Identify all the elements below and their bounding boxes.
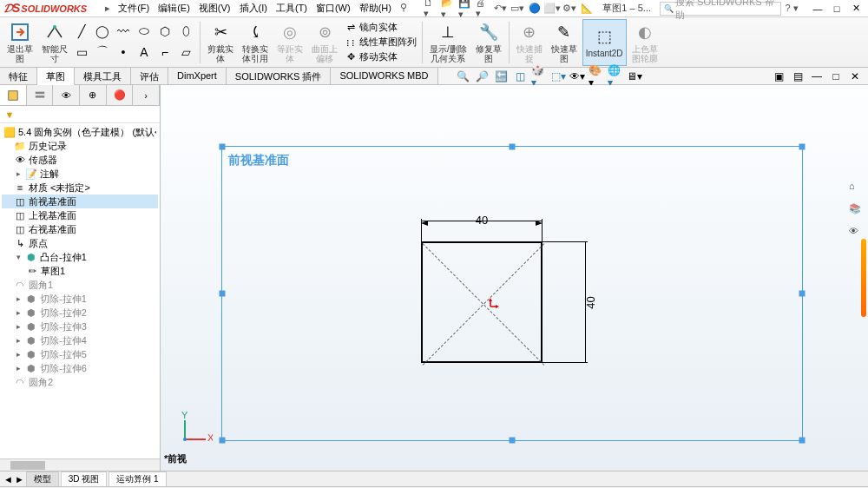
rect-icon[interactable]: ▭ <box>73 43 90 61</box>
zoom-fit-icon[interactable]: 🔍 <box>455 69 470 84</box>
offset-button[interactable]: ◎等距实 体 <box>273 19 306 66</box>
move-button[interactable]: ✥移动实体 <box>343 50 418 64</box>
search-input[interactable]: 搜索 SOLIDWORKS 帮助 <box>660 2 781 16</box>
settings-icon[interactable]: ⚙▾ <box>562 2 576 16</box>
tree-origin[interactable]: ↳原点 <box>2 236 158 250</box>
close-button[interactable]: ✕ <box>847 2 865 16</box>
menu-edit[interactable]: 编辑(E) <box>155 0 194 16</box>
maximize-button[interactable]: □ <box>828 2 845 16</box>
trim-button[interactable]: ✂剪裁实 体 <box>204 19 237 66</box>
tab-sketch[interactable]: 草图 <box>37 68 75 85</box>
linear-pattern-button[interactable]: ⫶⫶线性草图阵列 <box>343 36 418 49</box>
tree-boss1[interactable]: ▾⬢凸台-拉伸1 <box>2 250 158 264</box>
tree-cut2[interactable]: ▸⬢切除-拉伸2 <box>2 306 158 320</box>
prev-view-icon[interactable]: 🔙 <box>493 69 509 84</box>
repair-sketch-button[interactable]: 🔧修复草 图 <box>472 19 505 66</box>
graphics-viewport[interactable]: 前视基准面 40 40 Y X *前视 ⌂ 📚 👁 <box>161 85 868 471</box>
nav-right-icon[interactable]: ► <box>15 474 24 485</box>
view-settings-icon[interactable]: 🖥▾ <box>627 69 642 84</box>
doc-window-icon[interactable]: ▤ <box>790 69 806 84</box>
tree-rightplane[interactable]: ◫右视基准面 <box>2 222 158 236</box>
tree-fillet1[interactable]: ◠圆角1 <box>2 278 158 292</box>
fillet-icon[interactable]: ⌐ <box>156 43 174 61</box>
rapid-sketch-button[interactable]: ✎快速草 图 <box>548 19 581 66</box>
tree-frontplane[interactable]: ◫前视基准面 <box>2 195 158 208</box>
tree-material[interactable]: ≡材质 <未指定> <box>2 181 158 195</box>
menu-view[interactable]: 视图(V) <box>195 0 234 16</box>
display-style-icon[interactable]: ⬚▾ <box>550 69 566 84</box>
tab-eval[interactable]: 评估 <box>131 68 168 84</box>
tree-cut1[interactable]: ▸⬢切除-拉伸1 <box>2 292 158 306</box>
tree-sensors[interactable]: 👁传感器 <box>2 153 158 167</box>
dropdown-icon[interactable]: ▸ <box>101 2 115 16</box>
options-icon[interactable]: ⬜▾ <box>545 2 559 16</box>
display-tab[interactable]: ⊕ <box>80 85 107 105</box>
menu-help[interactable]: 帮助(H) <box>356 0 395 16</box>
tree-history[interactable]: 📁历史记录 <box>2 139 158 153</box>
menu-file[interactable]: 文件(F) <box>115 0 153 16</box>
undo-icon[interactable]: ↶▾ <box>493 2 507 16</box>
tree-notes[interactable]: ▸📝注解 <box>2 167 158 181</box>
point-icon[interactable]: • <box>115 43 132 61</box>
new-icon[interactable]: 🗋▾ <box>424 2 437 16</box>
tab-dimxpert[interactable]: DimXpert <box>168 68 227 84</box>
feature-tree-tab[interactable] <box>0 85 27 105</box>
rebuild-icon[interactable]: 🔵 <box>528 2 542 16</box>
tab-plugin[interactable]: SOLIDWORKS 插件 <box>227 68 332 84</box>
show-delete-relations-button[interactable]: ⊥显示/删除 几何关系 <box>426 19 470 66</box>
instant2d-button[interactable]: ⬚Instant2D <box>582 19 627 66</box>
measure-icon[interactable]: 📐 <box>580 2 594 16</box>
menu-insert[interactable]: 插入(I) <box>236 0 271 16</box>
exit-sketch-button[interactable]: 退出草 图 <box>3 19 36 66</box>
btab-model[interactable]: 模型 <box>26 472 59 486</box>
doc-min-icon[interactable]: — <box>809 69 825 84</box>
menu-window[interactable]: 窗口(W) <box>312 0 354 16</box>
property-tab[interactable] <box>27 85 54 105</box>
tab-mold[interactable]: 模具工具 <box>75 68 131 84</box>
section-icon[interactable]: ◫ <box>512 69 528 84</box>
plane-icon[interactable]: ▱ <box>177 43 194 61</box>
tree-cut3[interactable]: ▸⬢切除-拉伸3 <box>2 320 158 333</box>
tab-mbd[interactable]: SOLIDWORKS MBD <box>331 68 437 84</box>
nav-left-icon[interactable]: ◄ <box>3 474 13 485</box>
tree-sketch1[interactable]: ✏草图1 <box>2 264 158 278</box>
rail-library-icon[interactable]: 📚 <box>849 203 866 221</box>
breadcrumb[interactable]: 草图1 – 5... <box>597 0 656 16</box>
tree-cut5[interactable]: ▸⬢切除-拉伸5 <box>2 347 158 361</box>
arc-icon[interactable]: ⌒ <box>94 43 111 61</box>
doc-max-icon[interactable]: □ <box>828 69 844 84</box>
tree-topplane[interactable]: ◫上视基准面 <box>2 208 158 222</box>
btab-motion[interactable]: 运动算例 1 <box>108 472 166 486</box>
slot-icon[interactable]: ⬭ <box>135 23 153 40</box>
text-icon[interactable]: A <box>135 43 153 61</box>
edit-appearance-icon[interactable]: 🎨▾ <box>589 69 604 84</box>
doc-layer-icon[interactable]: ▣ <box>771 69 786 84</box>
appearance-tab[interactable]: 🔴 <box>107 85 134 105</box>
ellipse-icon[interactable]: ⬯ <box>177 23 194 40</box>
sidebar-scrollbar[interactable] <box>0 458 160 471</box>
pin-icon[interactable]: ⚲ <box>397 0 411 14</box>
apply-scene-icon[interactable]: 🌐▾ <box>608 69 623 84</box>
polygon-icon[interactable]: ⬡ <box>156 23 174 40</box>
rail-home-icon[interactable]: ⌂ <box>849 181 866 198</box>
print-icon[interactable]: 🖨▾ <box>476 2 490 16</box>
quick-snap-button[interactable]: ⊕快速捕 捉 <box>513 19 546 66</box>
zoom-area-icon[interactable]: 🔎 <box>474 69 490 84</box>
open-icon[interactable]: 📂▾ <box>441 2 455 16</box>
menu-tools[interactable]: 工具(T) <box>273 0 311 16</box>
save-icon[interactable]: 💾▾ <box>458 2 472 16</box>
help-icon[interactable]: ? ▾ <box>785 2 799 16</box>
circle-icon[interactable]: ◯ <box>94 23 111 40</box>
shaded-contour-button[interactable]: ◐上色草 图轮廓 <box>628 19 661 66</box>
view-orient-icon[interactable]: 🎲▾ <box>531 69 547 84</box>
mirror-button[interactable]: ⇌镜向实体 <box>343 21 418 35</box>
minimize-button[interactable]: — <box>809 2 826 16</box>
spline-icon[interactable]: 〰 <box>115 23 132 40</box>
tree-fillet2[interactable]: ◠圆角2 <box>2 375 158 389</box>
zoom-slider[interactable] <box>861 239 866 317</box>
convert-button[interactable]: ⤹转换实 体引用 <box>239 19 272 66</box>
tree-cut6[interactable]: ▸⬢切除-拉伸6 <box>2 361 158 375</box>
select-icon[interactable]: ▭▾ <box>510 2 524 16</box>
btab-3dview[interactable]: 3D 视图 <box>61 472 108 486</box>
tree-root[interactable]: 🟨5.4 圆角实例（色子建模） (默认<<默认 <box>2 125 158 139</box>
